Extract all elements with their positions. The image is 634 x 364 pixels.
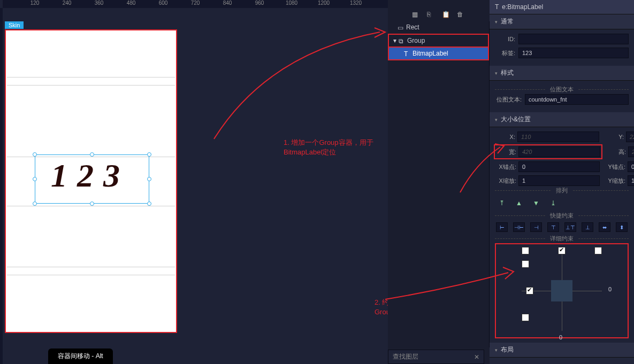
constraint-center: [551, 280, 572, 301]
constraint-bottom-icon[interactable]: ⊥: [582, 222, 593, 232]
quick-constraints: ⊢ ⊣⊢ ⊣ ⊤ ⊥⊤ ⊥ ⬌ ⬍: [495, 220, 629, 234]
constraint-topright-check[interactable]: [594, 247, 602, 254]
bitmaplabel-icon: T: [404, 50, 410, 57]
constraint-top-icon[interactable]: ⊤: [547, 222, 559, 232]
detail-constraint-box: 0 0: [495, 243, 629, 338]
scalex-input[interactable]: [518, 175, 600, 186]
skin-tag[interactable]: Skin: [5, 21, 24, 29]
scaley-input[interactable]: [628, 175, 634, 186]
section-style[interactable]: 样式: [490, 66, 634, 81]
rect-icon: ▭: [398, 24, 404, 30]
arrange-up-icon[interactable]: ▲: [514, 198, 524, 208]
height-input[interactable]: [628, 146, 634, 157]
canvas-area: 120 240 360 480 600 720 840 960 1080 120…: [0, 0, 388, 364]
tree-item-group[interactable]: ▾ ⧉ Group: [388, 34, 489, 48]
anchory-input[interactable]: [628, 161, 634, 172]
expand-icon[interactable]: ▾: [393, 37, 396, 44]
constraint-hcenter-icon[interactable]: ⊣⊢: [513, 222, 525, 232]
arrange-bring-front-icon[interactable]: ⤒: [497, 198, 507, 208]
width-input[interactable]: [518, 146, 600, 157]
constraint-top-check[interactable]: [558, 247, 566, 254]
tree-item-bitmaplabel[interactable]: T BitmapLabel: [388, 48, 489, 60]
arrange-icons: ⤒ ▲ ▼ ⤓: [495, 195, 629, 211]
section-size-position[interactable]: 大小&位置: [490, 112, 634, 127]
constraint-bottomleft-check[interactable]: [522, 314, 529, 321]
x-input[interactable]: [517, 131, 599, 142]
paste-icon[interactable]: 📋: [442, 11, 449, 18]
tool-icon-1[interactable]: ▦: [412, 11, 419, 18]
bitmaptext-label: 位图文本:: [495, 96, 522, 104]
search-layer-input[interactable]: 查找图层 ✕: [388, 350, 484, 364]
close-icon[interactable]: ✕: [474, 353, 479, 361]
constraint-vcenter-icon[interactable]: ⊥⊤: [564, 222, 576, 232]
constraint-topleft-check[interactable]: [522, 247, 529, 254]
bitmaplabel-type-icon: T: [495, 3, 499, 11]
bitmaptext-input[interactable]: [525, 94, 629, 105]
tag-input[interactable]: [518, 48, 629, 58]
constraint-right-icon[interactable]: ⊣: [530, 222, 542, 232]
y-input[interactable]: [626, 131, 634, 142]
constraint-fill-v-icon[interactable]: ⬍: [616, 222, 628, 232]
constraint-left-outer-check[interactable]: [522, 260, 529, 268]
id-label: ID:: [495, 36, 515, 42]
inspector-title: T e:BitmapLabel: [490, 0, 634, 14]
group-icon: ⧉: [399, 37, 405, 44]
annotation-1: 1. 增加一个Group容器，用于BitmapLabel定位: [284, 138, 385, 157]
selection-box[interactable]: [35, 154, 149, 204]
constraint-left-icon[interactable]: ⊢: [496, 222, 508, 232]
section-common[interactable]: 通常: [490, 14, 634, 29]
constraint-left-check[interactable]: [526, 287, 533, 295]
tool-icon-2[interactable]: ⎘: [427, 11, 434, 18]
inspector-panel: T e:BitmapLabel 通常 ID: 标签: 样式 位图文本 位图文本:…: [490, 0, 634, 364]
anchorx-input[interactable]: [518, 161, 600, 172]
tag-label: 标签:: [495, 49, 515, 57]
tree-item-rect[interactable]: ▭ Rect: [388, 21, 489, 34]
bottom-hint: 容器间移动 - Alt: [48, 348, 113, 364]
section-layout[interactable]: 布局: [490, 343, 634, 358]
constraint-fill-h-icon[interactable]: ⬌: [599, 222, 610, 232]
id-input[interactable]: [518, 34, 629, 44]
hierarchy-panel: ▭ Rect ▾ ⧉ Group T BitmapLabel: [388, 21, 490, 347]
arrange-down-icon[interactable]: ▼: [531, 198, 541, 208]
hierarchy-toolbar: ▦ ⎘ 📋 🗑: [412, 11, 464, 18]
arrange-send-back-icon[interactable]: ⤓: [548, 198, 558, 208]
ruler-horizontal: 120 240 360 480 600 720 840 960 1080 120…: [3, 0, 388, 8]
ruler-vertical: [0, 8, 3, 364]
trash-icon[interactable]: 🗑: [457, 11, 464, 18]
